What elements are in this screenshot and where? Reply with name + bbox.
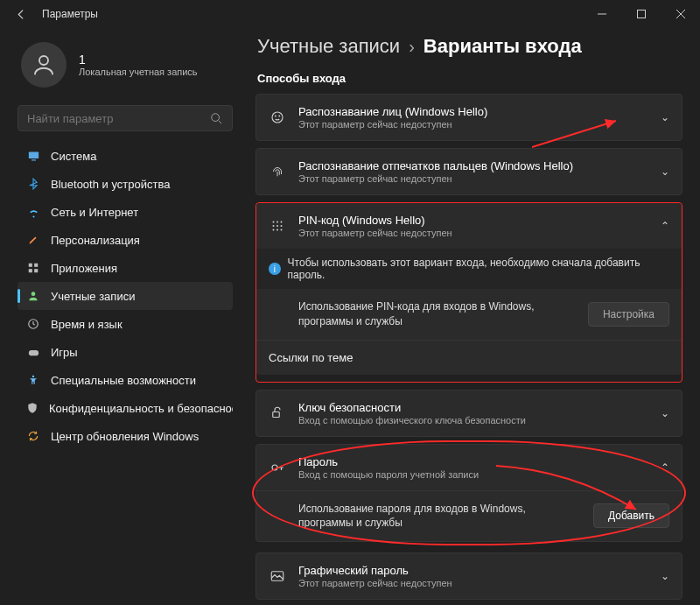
svg-rect-28 [273, 412, 280, 417]
sidebar-item-accessibility[interactable]: Специальные возможности [18, 366, 233, 394]
pin-info: i Чтобы использовать этот вариант входа,… [256, 249, 682, 289]
accessibility-icon [26, 373, 40, 387]
search-input[interactable] [27, 112, 209, 125]
svg-rect-1 [637, 11, 645, 18]
sidebar-item-bluetooth[interactable]: Bluetooth и устройства [18, 170, 233, 198]
network-icon [26, 205, 40, 219]
update-icon [26, 429, 40, 443]
personalization-icon [26, 233, 40, 247]
privacy-icon [26, 401, 38, 415]
option-password[interactable]: ПарольВход с помощью пароля учетной запи… [256, 445, 682, 490]
sidebar-item-label: Приложения [51, 262, 117, 275]
user-sub: Локальная учетная запись [79, 67, 198, 77]
sidebar-item-privacy[interactable]: Конфиденциальность и безопасность [18, 394, 233, 422]
back-button[interactable] [12, 5, 30, 23]
svg-rect-6 [32, 159, 36, 160]
highlight-pin: PIN-код (Windows Hello)Этот параметр сей… [256, 202, 682, 383]
user-card[interactable]: 1 Локальная учетная запись [21, 42, 233, 88]
sidebar-item-update[interactable]: Центр обновления Windows [18, 422, 233, 450]
svg-point-26 [281, 229, 283, 231]
sidebar-item-label: Bluetooth и устройства [51, 178, 170, 191]
crumb-accounts[interactable]: Учетные записи [257, 35, 400, 58]
breadcrumb: Учетные записи › Варианты входа [257, 35, 682, 58]
svg-point-22 [276, 225, 278, 227]
svg-point-15 [272, 112, 283, 123]
apps-icon [26, 261, 40, 275]
svg-point-19 [276, 222, 278, 223]
svg-point-17 [279, 116, 280, 116]
sidebar-item-time[interactable]: Время и язык [18, 310, 233, 338]
svg-line-4 [219, 121, 222, 124]
sidebar-item-apps[interactable]: Приложения [18, 254, 233, 282]
chevron-down-icon: ⌄ [661, 407, 669, 419]
system-icon [26, 149, 40, 163]
svg-rect-9 [29, 269, 32, 272]
gaming-icon [26, 345, 40, 359]
info-icon: i [269, 263, 281, 275]
sidebar-item-label: Специальные возможности [51, 374, 196, 387]
svg-rect-7 [29, 264, 32, 267]
highlight-password: ПарольВход с помощью пароля учетной запи… [256, 444, 682, 543]
password-add-button[interactable]: Добавить [593, 503, 669, 528]
svg-point-29 [272, 465, 277, 470]
svg-point-20 [281, 222, 283, 223]
option-face[interactable]: Распознавание лиц (Windows Hello)Этот па… [256, 94, 682, 141]
chevron-right-icon: › [409, 37, 415, 57]
svg-point-23 [281, 225, 283, 227]
svg-point-16 [275, 116, 276, 116]
sidebar-item-label: Время и язык [51, 318, 122, 331]
password-icon [269, 460, 286, 475]
svg-point-14 [32, 376, 34, 377]
chevron-up-icon: ⌃ [661, 220, 669, 232]
sidebar-item-label: Центр обновления Windows [51, 430, 199, 443]
chevron-up-icon: ⌃ [661, 461, 669, 474]
maximize-button[interactable] [621, 0, 661, 28]
bluetooth-icon [26, 177, 40, 191]
sidebar-item-label: Учетные записи [51, 290, 135, 303]
sidebar-item-system[interactable]: Система [18, 142, 233, 170]
svg-rect-5 [28, 151, 38, 158]
svg-point-25 [276, 229, 278, 231]
chevron-down-icon: ⌄ [661, 165, 669, 178]
sidebar-item-label: Игры [51, 346, 78, 359]
minimize-button[interactable] [582, 0, 621, 28]
fingerprint-icon [269, 164, 286, 179]
sidebar-item-label: Персонализация [51, 234, 140, 247]
sidebar-item-personalization[interactable]: Персонализация [18, 226, 233, 254]
user-name: 1 [79, 53, 198, 67]
pin-links[interactable]: Ссылки по теме [256, 340, 682, 375]
close-button[interactable] [661, 0, 700, 28]
svg-rect-13 [28, 350, 38, 355]
face-icon [269, 109, 286, 125]
chevron-down-icon: ⌄ [661, 111, 669, 123]
sidebar-item-network[interactable]: Сеть и Интернет [18, 198, 233, 226]
pin-setup-button[interactable]: Настройка [588, 302, 669, 327]
svg-point-21 [273, 225, 275, 227]
time-icon [26, 317, 40, 331]
sidebar-item-accounts[interactable]: Учетные записи [18, 282, 233, 310]
option-security-key[interactable]: Ключ безопасностиВход с помощью физическ… [256, 390, 682, 437]
password-desc: Использование пароля для входов в Window… [298, 502, 581, 531]
key-icon [269, 405, 286, 421]
sidebar-item-label: Конфиденциальность и безопасность [49, 402, 233, 415]
avatar [21, 42, 66, 88]
svg-rect-10 [34, 269, 38, 272]
pin-desc: Использование PIN-кода для входов в Wind… [298, 299, 576, 329]
option-fingerprint[interactable]: Распознавание отпечатков пальцев (Window… [256, 148, 682, 195]
svg-point-3 [212, 114, 220, 122]
accounts-icon [26, 289, 40, 303]
sidebar-item-label: Сеть и Интернет [51, 206, 138, 219]
picture-icon [269, 568, 286, 584]
svg-point-2 [39, 56, 48, 65]
pin-icon [269, 218, 286, 234]
crumb-signin: Варианты входа [424, 35, 582, 58]
option-pin[interactable]: PIN-код (Windows Hello)Этот параметр сей… [256, 203, 682, 249]
svg-point-24 [273, 229, 275, 231]
option-picture-password[interactable]: Графический парольЭтот параметр сейчас н… [256, 552, 682, 600]
search-icon [209, 111, 223, 125]
window-title: Параметры [42, 8, 98, 20]
section-label: Способы входа [257, 72, 682, 85]
svg-rect-8 [34, 264, 38, 267]
search-box[interactable] [18, 105, 233, 131]
sidebar-item-gaming[interactable]: Игры [18, 338, 233, 366]
